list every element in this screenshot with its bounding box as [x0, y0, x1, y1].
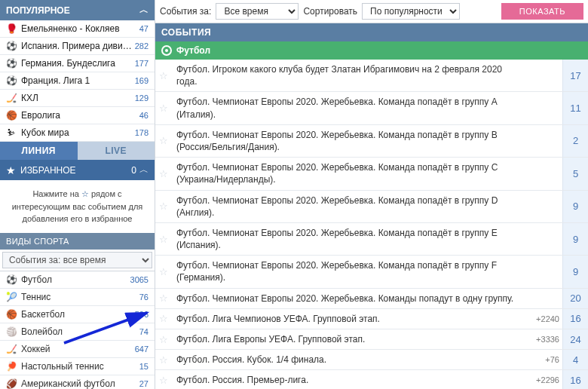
- event-title: Футбол. Игроком какого клуба будет Злата…: [172, 60, 526, 91]
- popular-list: 🥊Емельяненко - Кокляев47⚽Испания. Пример…: [0, 20, 155, 142]
- event-row[interactable]: ☆Футбол. Чемпионат Европы 2020. Жеребьев…: [155, 125, 588, 158]
- event-extra: [526, 191, 562, 222]
- popular-item[interactable]: ⚽Испания. Примера дивизион282: [0, 38, 155, 55]
- chevron-up-icon: ︿: [139, 164, 149, 176]
- sports-filter-select[interactable]: События за: все время: [2, 252, 152, 268]
- sport-item-count: 74: [139, 327, 149, 336]
- event-row[interactable]: ☆Футбол. Лига Чемпионов УЕФА. Групповой …: [155, 309, 588, 329]
- favorite-star-icon[interactable]: ☆: [155, 370, 172, 389]
- favorite-star-icon[interactable]: ☆: [155, 191, 172, 222]
- popular-item[interactable]: ⚽Франция. Лига 1169: [0, 72, 155, 90]
- popular-item-count: 169: [135, 76, 149, 85]
- favorite-star-icon[interactable]: ☆: [155, 92, 172, 124]
- sport-item[interactable]: 🏀Баскетбол506: [0, 306, 155, 323]
- sport-item-count: 15: [139, 362, 149, 371]
- event-row[interactable]: ☆Футбол. Лига Европы УЕФА. Групповой эта…: [155, 329, 588, 350]
- event-title: Футбол. Чемпионат Европы 2020. Жеребьевк…: [172, 256, 526, 287]
- favorite-star-icon[interactable]: ☆: [155, 158, 172, 189]
- sport-item[interactable]: 🎾Теннис76: [0, 289, 155, 306]
- popular-item[interactable]: 🥊Емельяненко - Кокляев47: [0, 20, 155, 38]
- event-row[interactable]: ☆Футбол. Чемпионат Европы 2020. Жеребьев…: [155, 289, 588, 309]
- sport-item[interactable]: 🏓Настольный теннис15: [0, 358, 155, 375]
- sport-item[interactable]: ⚽Футбол3065: [0, 271, 155, 289]
- event-count[interactable]: 2: [562, 125, 588, 157]
- show-button[interactable]: ПОКАЗАТЬ: [501, 3, 583, 20]
- event-count[interactable]: 9: [562, 191, 588, 222]
- sort-select[interactable]: По популярности: [362, 3, 460, 20]
- sport-item-label: Настольный теннис: [21, 361, 104, 372]
- popular-header[interactable]: ПОПУЛЯРНОЕ ︿: [0, 0, 155, 20]
- event-count[interactable]: 20: [562, 289, 588, 308]
- favorite-star-icon[interactable]: ☆: [155, 329, 172, 349]
- sport-item-count: 27: [139, 379, 149, 388]
- events-for-select[interactable]: Все время: [216, 3, 299, 20]
- sports-header[interactable]: ВИДЫ СПОРТА: [0, 233, 155, 250]
- event-row[interactable]: ☆Футбол. Чемпионат Европы 2020. Жеребьев…: [155, 158, 588, 190]
- sport-item-count: 506: [135, 310, 149, 319]
- event-extra: [526, 158, 562, 189]
- sport-icon: 🏀: [6, 110, 17, 121]
- event-row[interactable]: ☆Футбол. Россия. Премьер-лига.+229616: [155, 370, 588, 389]
- event-count[interactable]: 16: [562, 370, 588, 389]
- favorite-star-icon[interactable]: ☆: [155, 256, 172, 287]
- sport-item[interactable]: 🏐Волейбол74: [0, 323, 155, 341]
- event-count[interactable]: 11: [562, 92, 588, 124]
- popular-item[interactable]: ⚽Германия. Бундеслига177: [0, 55, 155, 72]
- popular-item-label: Франция. Лига 1: [21, 75, 90, 86]
- event-count[interactable]: 24: [562, 329, 588, 349]
- popular-item-label: Германия. Бундеслига: [21, 58, 115, 69]
- football-icon: [161, 45, 172, 56]
- event-row[interactable]: ☆Футбол. Чемпионат Европы 2020. Жеребьев…: [155, 223, 588, 256]
- events-list[interactable]: ☆Футбол. Игроком какого клуба будет Злат…: [155, 60, 588, 389]
- event-extra: [526, 256, 562, 287]
- sports-filter: События за: все время: [0, 250, 155, 271]
- event-count[interactable]: 9: [562, 256, 588, 287]
- favorite-star-icon[interactable]: ☆: [155, 350, 172, 369]
- event-row[interactable]: ☆Футбол. Чемпионат Европы 2020. Жеребьев…: [155, 92, 588, 124]
- popular-item[interactable]: 🏀Евролига46: [0, 107, 155, 124]
- popular-item-label: Испания. Примера дивизион: [21, 41, 134, 51]
- favorite-star-icon[interactable]: ☆: [155, 60, 172, 91]
- event-row[interactable]: ☆Футбол. Чемпионат Европы 2020. Жеребьев…: [155, 256, 588, 288]
- favorite-star-icon[interactable]: ☆: [155, 125, 172, 157]
- filter-bar: События за: Все время Сортировать По поп…: [155, 0, 588, 23]
- event-title: Футбол. Лига Европы УЕФА. Групповой этап…: [172, 329, 526, 349]
- sort-label: Сортировать: [303, 6, 357, 17]
- favorites-header[interactable]: ★ ИЗБРАННОЕ 0 ︿: [0, 160, 155, 180]
- popular-item[interactable]: 🏒КХЛ129: [0, 90, 155, 107]
- event-row[interactable]: ☆Футбол. Чемпионат Европы 2020. Жеребьев…: [155, 191, 588, 223]
- popular-header-label: ПОПУЛЯРНОЕ: [6, 5, 70, 16]
- sport-icon: ⚽: [6, 58, 17, 69]
- popular-item-label: Кубок мира: [21, 127, 69, 138]
- event-title: Футбол. Россия. Премьер-лига.: [172, 370, 526, 389]
- event-row[interactable]: ☆Футбол. Россия. Кубок. 1/4 финала.+764: [155, 350, 588, 370]
- event-count[interactable]: 9: [562, 223, 588, 255]
- sport-icon: 🏒: [6, 93, 17, 103]
- event-count[interactable]: 4: [562, 350, 588, 369]
- favorite-star-icon[interactable]: ☆: [155, 289, 172, 308]
- event-count[interactable]: 16: [562, 309, 588, 329]
- favorites-empty: Нажмите на ☆ рядом с интересующим вас со…: [0, 180, 155, 233]
- sport-icon: ⛷: [6, 127, 17, 138]
- star-icon: ☆: [81, 189, 89, 198]
- sport-item[interactable]: 🏒Хоккей647: [0, 341, 155, 358]
- tab-line[interactable]: ЛИНИЯ: [0, 142, 78, 160]
- sport-icon: 🥊: [6, 23, 17, 34]
- event-row[interactable]: ☆Футбол. Игроком какого клуба будет Злат…: [155, 60, 588, 92]
- sport-icon: 🏓: [6, 361, 17, 372]
- popular-item[interactable]: ⛷Кубок мира178: [0, 124, 155, 142]
- category-header[interactable]: Футбол: [155, 41, 588, 60]
- sport-item[interactable]: 🏈Американский футбол27: [0, 375, 155, 390]
- tab-live[interactable]: LIVE: [78, 142, 155, 160]
- events-header: СОБЫТИЯ: [155, 23, 588, 41]
- category-label: Футбол: [176, 45, 210, 56]
- favorite-star-icon[interactable]: ☆: [155, 223, 172, 255]
- event-title: Футбол. Чемпионат Европы 2020. Жеребьевк…: [172, 191, 526, 222]
- sport-item-label: Футбол: [21, 274, 52, 285]
- event-title: Футбол. Чемпионат Европы 2020. Жеребьевк…: [172, 289, 526, 308]
- sidebar: ПОПУЛЯРНОЕ ︿ 🥊Емельяненко - Кокляев47⚽Ис…: [0, 0, 155, 389]
- event-count[interactable]: 17: [562, 60, 588, 91]
- sport-item-label: Хоккей: [21, 344, 51, 354]
- favorite-star-icon[interactable]: ☆: [155, 309, 172, 329]
- event-count[interactable]: 5: [562, 158, 588, 189]
